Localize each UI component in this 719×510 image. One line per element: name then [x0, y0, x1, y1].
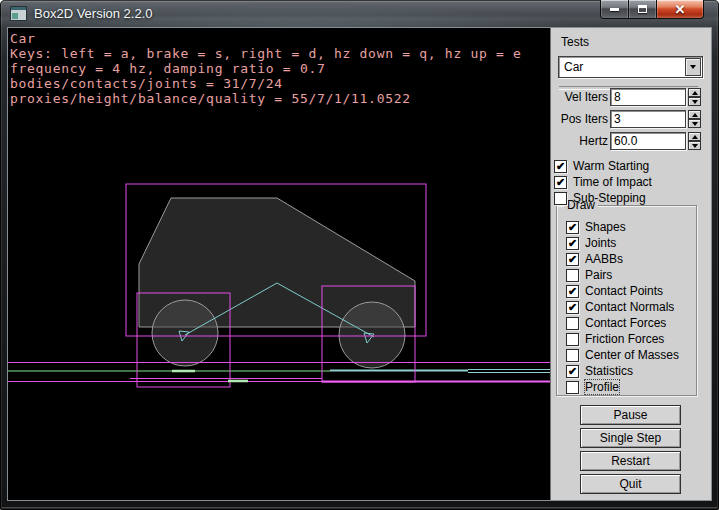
restart-button[interactable]: Restart: [580, 451, 681, 471]
spinner-up-button[interactable]: [688, 132, 701, 141]
overlay-line: Car: [10, 31, 522, 46]
hertz-input[interactable]: 60.0: [610, 132, 686, 150]
contacts-layer: [172, 371, 248, 381]
aabbs-row: ✔AABBs: [566, 252, 623, 266]
contact-forces-label: Contact Forces: [585, 316, 666, 330]
tests-dropdown-value: Car: [564, 57, 583, 77]
simulation-canvas[interactable]: CarKeys: left = a, brake = s, right = d,…: [8, 28, 550, 500]
overlay-line: frequency = 4 hz, damping ratio = 0.7: [10, 61, 522, 76]
vel-iters-row: Vel Iters8: [551, 88, 703, 106]
contact-normals-row: ✔Contact Normals: [566, 300, 674, 314]
window-title: Box2D Version 2.2.0: [34, 6, 153, 21]
pairs-row: Pairs: [566, 268, 612, 282]
overlay-text: CarKeys: left = a, brake = s, right = d,…: [10, 31, 522, 106]
friction-forces-row: Friction Forces: [566, 332, 664, 346]
hertz-spinner: [688, 132, 701, 150]
sub-stepping-checkbox[interactable]: [554, 192, 567, 205]
sub-stepping-row: Sub-Stepping: [554, 191, 646, 205]
close-icon: ✕: [675, 1, 686, 18]
statistics-checkbox[interactable]: ✔: [566, 365, 579, 378]
pos-iters-label: Pos Iters: [551, 110, 608, 128]
overlay-line: bodies/contacts/joints = 31/7/24: [10, 76, 522, 91]
hertz-label: Hertz: [551, 132, 608, 150]
center-of-masses-row: Center of Masses: [566, 348, 679, 362]
pairs-checkbox[interactable]: [566, 269, 579, 282]
profile-label: Profile: [585, 380, 619, 394]
statistics-label: Statistics: [585, 364, 633, 378]
center-of-masses-label: Center of Masses: [585, 348, 679, 362]
vel-iters-label: Vel Iters: [551, 88, 608, 106]
overlay-line: Keys: left = a, brake = s, right = d, hz…: [10, 46, 522, 61]
contact-points-row: ✔Contact Points: [566, 284, 663, 298]
contact-forces-checkbox[interactable]: [566, 317, 579, 330]
overlay-line: proxies/height/balance/quality = 55/7/1/…: [10, 91, 522, 106]
pos-iters-spinner: [688, 110, 701, 128]
time-of-impact-row: ✔Time of Impact: [554, 175, 652, 189]
car-front-wheel: [339, 302, 405, 368]
aabbs-checkbox[interactable]: ✔: [566, 253, 579, 266]
maximize-button[interactable]: [628, 0, 657, 19]
contact-points-checkbox[interactable]: ✔: [566, 285, 579, 298]
shapes-row: ✔Shapes: [566, 220, 626, 234]
spinner-down-icon: [692, 144, 698, 148]
tests-dropdown-button[interactable]: [685, 58, 701, 76]
maximize-icon: [638, 5, 647, 13]
spinner-down-icon: [692, 122, 698, 126]
car-rear-wheel: [152, 300, 218, 366]
statistics-row: ✔Statistics: [566, 364, 633, 378]
contact-points-label: Contact Points: [585, 284, 663, 298]
control-panel: Tests Car Draw Vel Iters8Pos Iters3Hertz…: [550, 28, 711, 500]
single-step-button[interactable]: Single Step: [580, 428, 681, 448]
tests-label: Tests: [561, 35, 589, 49]
vel-iters-spinner: [688, 88, 701, 106]
ground-edge-right: [330, 370, 550, 373]
window-controls: ✕: [601, 0, 704, 19]
spinner-down-button[interactable]: [688, 141, 701, 150]
minimize-icon: [610, 8, 619, 11]
spinner-up-button[interactable]: [688, 88, 701, 97]
spinner-up-icon: [692, 135, 698, 139]
shapes-label: Shapes: [585, 220, 626, 234]
spinner-down-button[interactable]: [688, 97, 701, 106]
spinner-up-icon: [692, 113, 698, 117]
contact-normals-checkbox[interactable]: ✔: [566, 301, 579, 314]
vel-iters-input[interactable]: 8: [610, 88, 686, 106]
joints-row: ✔Joints: [566, 236, 616, 250]
spinner-up-button[interactable]: [688, 110, 701, 119]
contact-normals-label: Contact Normals: [585, 300, 674, 314]
warm-starting-row: ✔Warm Starting: [554, 159, 649, 173]
close-button[interactable]: ✕: [656, 0, 704, 19]
contact-forces-row: Contact Forces: [566, 316, 666, 330]
joints-checkbox[interactable]: ✔: [566, 237, 579, 250]
minimize-button[interactable]: [600, 0, 629, 19]
app-icon: [10, 6, 27, 21]
warm-starting-label: Warm Starting: [573, 159, 649, 173]
warm-starting-checkbox[interactable]: ✔: [554, 160, 567, 173]
spinner-down-icon: [692, 100, 698, 104]
profile-row: Profile: [566, 380, 619, 394]
quit-button[interactable]: Quit: [580, 474, 681, 494]
window-bottom-edge: [2, 507, 717, 508]
sub-stepping-label: Sub-Stepping: [573, 191, 646, 205]
tests-dropdown[interactable]: Car: [558, 56, 703, 78]
ground-layer: [8, 370, 550, 373]
friction-forces-label: Friction Forces: [585, 332, 664, 346]
spinner-down-button[interactable]: [688, 119, 701, 128]
pairs-label: Pairs: [585, 268, 612, 282]
chevron-down-icon: [690, 65, 696, 69]
aabbs-label: AABBs: [585, 252, 623, 266]
spinner-up-icon: [692, 91, 698, 95]
app-window: Box2D Version 2.2.0 ✕: [0, 0, 719, 510]
time-of-impact-label: Time of Impact: [573, 175, 652, 189]
friction-forces-checkbox[interactable]: [566, 333, 579, 346]
pos-iters-input[interactable]: 3: [610, 110, 686, 128]
pause-button[interactable]: Pause: [580, 405, 681, 425]
shapes-checkbox[interactable]: ✔: [566, 221, 579, 234]
time-of-impact-checkbox[interactable]: ✔: [554, 176, 567, 189]
center-of-masses-checkbox[interactable]: [566, 349, 579, 362]
pos-iters-row: Pos Iters3: [551, 110, 703, 128]
hertz-row: Hertz60.0: [551, 132, 703, 150]
profile-checkbox[interactable]: [566, 381, 579, 394]
joints-label: Joints: [585, 236, 616, 250]
client-area: CarKeys: left = a, brake = s, right = d,…: [7, 27, 712, 501]
